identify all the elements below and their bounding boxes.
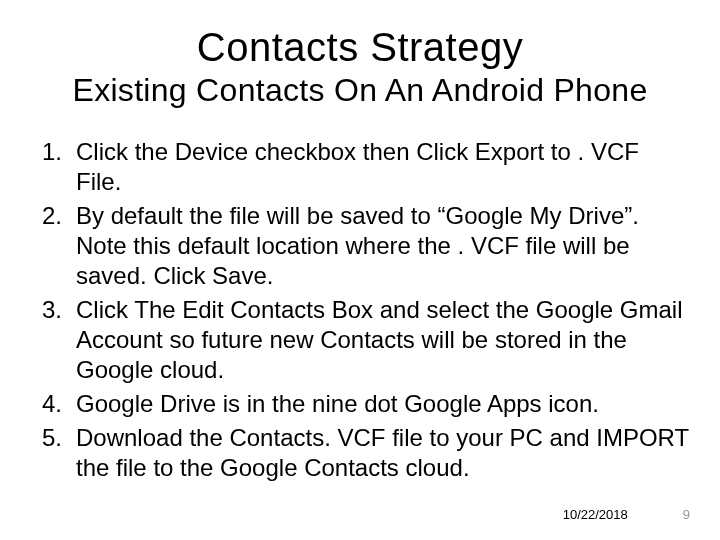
slide-title: Contacts Strategy [30,25,690,70]
list-item: 4.Google Drive is in the nine dot Google… [42,389,690,419]
list-text: Download the Contacts. VCF file to your … [76,424,689,481]
list-item: 5.Download the Contacts. VCF file to you… [42,423,690,483]
steps-list: 1.Click the Device checkbox then Click E… [30,137,690,483]
list-number: 1. [42,137,62,167]
list-number: 3. [42,295,62,325]
list-item: 1.Click the Device checkbox then Click E… [42,137,690,197]
slide-subtitle: Existing Contacts On An Android Phone [30,72,690,109]
footer-date: 10/22/2018 [563,507,628,522]
list-text: Google Drive is in the nine dot Google A… [76,390,599,417]
list-item: 2.By default the file will be saved to “… [42,201,690,291]
slide-footer: 10/22/2018 9 [563,507,690,522]
list-text: Click The Edit Contacts Box and select t… [76,296,683,383]
list-text: Click the Device checkbox then Click Exp… [76,138,639,195]
list-text: By default the file will be saved to “Go… [76,202,639,289]
list-number: 4. [42,389,62,419]
list-item: 3.Click The Edit Contacts Box and select… [42,295,690,385]
list-number: 2. [42,201,62,231]
list-number: 5. [42,423,62,453]
footer-page-number: 9 [683,507,690,522]
